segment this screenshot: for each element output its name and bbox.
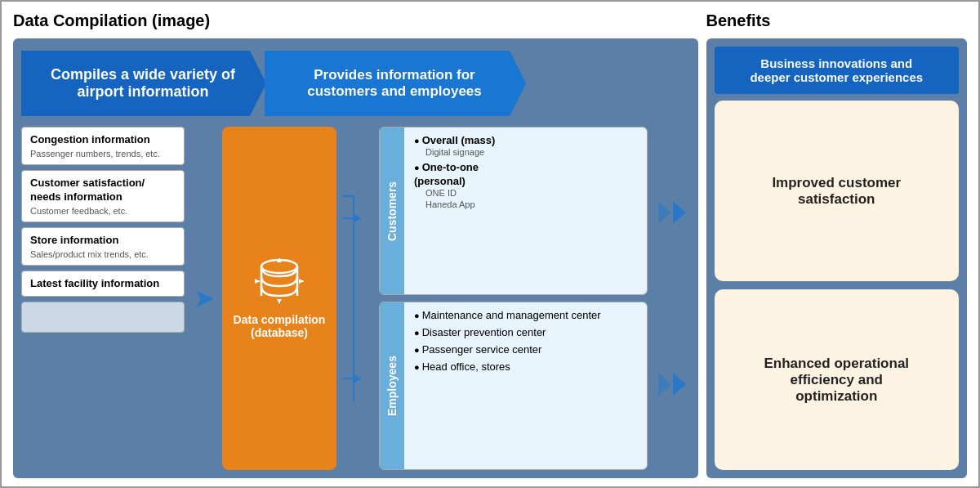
benefit-card-1: Improved customer satisfaction [715, 101, 959, 281]
arrow2-text: Provides information for customers and e… [307, 67, 482, 100]
data-flow-row: Congestion informationPassenger numbers,… [21, 127, 690, 470]
employees-label: Employees [380, 302, 404, 469]
customers-content: Overall (mass) Digital signage One-to-on… [404, 128, 647, 294]
svg-marker-10 [299, 279, 304, 284]
list-item: One-to-one(personal) ONE IDHaneda App [414, 161, 637, 210]
benefit-card-2: Enhanced operational efficiency and opti… [715, 289, 959, 470]
employees-content: Maintenance and management center Disast… [404, 302, 647, 469]
employees-panel: Employees Maintenance and management cen… [379, 302, 648, 470]
chevron-employees [658, 373, 686, 396]
double-chevron-col [654, 127, 690, 470]
top-arrows: Compiles a wide variety of airport infor… [21, 47, 690, 120]
bracket-col [343, 127, 372, 470]
employees-list: Maintenance and management center Disast… [414, 309, 637, 374]
customers-label: Customers [380, 128, 404, 294]
list-item: Maintenance and management center [414, 309, 637, 323]
svg-marker-8 [255, 279, 260, 284]
customers-list: Overall (mass) Digital signage One-to-on… [414, 134, 637, 211]
section-headers: Data Compilation (image) Benefits [13, 11, 967, 30]
right-info-col: Customers Overall (mass) Digital signage… [379, 127, 648, 470]
svg-marker-6 [277, 299, 282, 303]
left-body: Compiles a wide variety of airport infor… [13, 38, 698, 478]
chevron-customers [658, 201, 686, 224]
info-box: Customer satisfaction/needs informationC… [21, 170, 185, 222]
info-boxes-col: Congestion informationPassenger numbers,… [21, 127, 185, 470]
info-box: Latest facility information [21, 271, 185, 298]
arrow-box-2: Provides information for customers and e… [265, 51, 526, 116]
db-label: Data compilation (database) [234, 313, 326, 339]
arrow-box-1: Compiles a wide variety of airport infor… [21, 51, 266, 116]
right-body: Business innovations and deeper customer… [706, 38, 967, 478]
customers-panel: Customers Overall (mass) Digital signage… [379, 127, 648, 295]
right-arrow-icon: ➤ [194, 285, 213, 312]
info-box: Congestion informationPassenger numbers,… [21, 127, 185, 165]
list-item: Head office, stores [414, 360, 637, 374]
right-title: Benefits [706, 11, 967, 30]
info-box-empty [21, 302, 185, 333]
body-row: Compiles a wide variety of airport infor… [13, 38, 967, 478]
page-container: Data Compilation (image) Benefits Compil… [0, 0, 980, 488]
database-icon [255, 258, 304, 308]
left-title: Data Compilation (image) [13, 11, 698, 30]
connector-left: ➤ [191, 127, 216, 470]
list-item: Passenger service center [414, 343, 637, 357]
arrow1-text: Compiles a wide variety of airport infor… [51, 66, 235, 101]
list-item: Overall (mass) Digital signage [414, 134, 637, 158]
info-box: Store informationSales/product mix trend… [21, 227, 185, 266]
benefit-cards: Improved customer satisfaction Enhanced … [715, 101, 959, 470]
list-item: Disaster prevention center [414, 326, 637, 340]
benefits-top-box: Business innovations and deeper customer… [715, 47, 959, 94]
database-box: Data compilation (database) [222, 127, 336, 470]
